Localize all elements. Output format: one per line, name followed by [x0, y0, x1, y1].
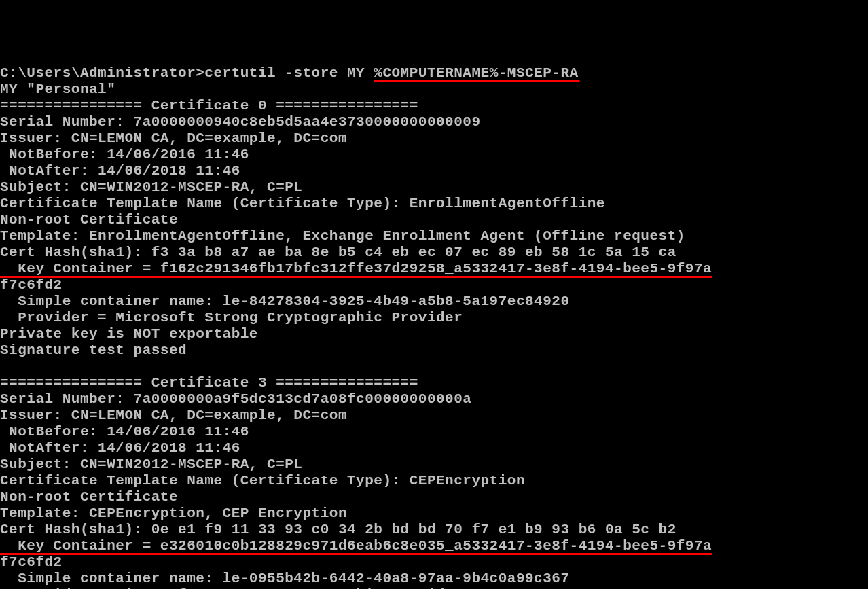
- cert3-issuer: Issuer: CN=LEMON CA, DC=example, DC=com: [0, 408, 868, 424]
- cert0-keycontainer2: f7c6fd2: [0, 277, 868, 293]
- store-line: MY "Personal": [0, 82, 868, 98]
- cert0-simple: Simple container name: le-84278304-3925-…: [0, 293, 868, 310]
- cert0-notafter: NotAfter: 14/06/2018 11:46: [0, 163, 868, 179]
- cert3-nonroot: Non-root Certificate: [0, 489, 868, 505]
- cert0-header: ================ Certificate 0 =========…: [0, 98, 868, 114]
- cert0-template: Template: EnrollmentAgentOffline, Exchan…: [0, 228, 868, 245]
- cert0-test: Signature test passed: [0, 342, 868, 359]
- cert0-issuer: Issuer: CN=LEMON CA, DC=example, DC=com: [0, 130, 868, 147]
- cert0-private: Private key is NOT exportable: [0, 326, 868, 342]
- cert0-notbefore: NotBefore: 14/06/2016 11:46: [0, 147, 868, 163]
- command-argument-highlighted: %COMPUTERNAME%-MSCEP-RA: [374, 65, 578, 81]
- cert0-hash: Cert Hash(sha1): f3 3a b8 a7 ae ba 8e b5…: [0, 245, 868, 261]
- cert3-keycontainer-highlighted: Key Container = e326010c0b128829c971d6ea…: [0, 538, 712, 554]
- cert0-nonroot: Non-root Certificate: [0, 212, 868, 228]
- terminal-window[interactable]: C:\Users\Administrator>certutil -store M…: [0, 65, 868, 589]
- cert0-keycontainer-line: Key Container = f162c291346fb17bfc312ffe…: [0, 261, 868, 277]
- cert3-keycontainer2: f7c6fd2: [0, 554, 868, 571]
- command-text: certutil -store MY: [204, 65, 374, 81]
- cert3-header: ================ Certificate 3 =========…: [0, 375, 868, 391]
- cert3-notbefore: NotBefore: 14/06/2016 11:46: [0, 424, 868, 440]
- cert0-subject: Subject: CN=WIN2012-MSCEP-RA, C=PL: [0, 179, 868, 196]
- cert3-template: Template: CEPEncryption, CEP Encryption: [0, 505, 868, 522]
- cert0-templatename: Certificate Template Name (Certificate T…: [0, 196, 868, 212]
- prompt: C:\Users\Administrator>: [0, 65, 204, 81]
- blank-line: [0, 359, 868, 375]
- cert3-notafter: NotAfter: 14/06/2018 11:46: [0, 440, 868, 457]
- cert3-serial: Serial Number: 7a0000000a9f5dc313cd7a08f…: [0, 391, 868, 408]
- cert0-serial: Serial Number: 7a0000000940c8eb5d5aa4e37…: [0, 114, 868, 130]
- cert0-keycontainer-highlighted: Key Container = f162c291346fb17bfc312ffe…: [0, 261, 712, 276]
- cert3-simple: Simple container name: le-0955b42b-6442-…: [0, 571, 868, 587]
- cert0-provider: Provider = Microsoft Strong Cryptographi…: [0, 310, 868, 326]
- cert3-keycontainer-line: Key Container = e326010c0b128829c971d6ea…: [0, 538, 868, 554]
- cert3-subject: Subject: CN=WIN2012-MSCEP-RA, C=PL: [0, 457, 868, 473]
- cert3-templatename: Certificate Template Name (Certificate T…: [0, 473, 868, 489]
- cert3-hash: Cert Hash(sha1): 0e e1 f9 11 33 93 c0 34…: [0, 522, 868, 538]
- command-prompt-line: C:\Users\Administrator>certutil -store M…: [0, 65, 868, 82]
